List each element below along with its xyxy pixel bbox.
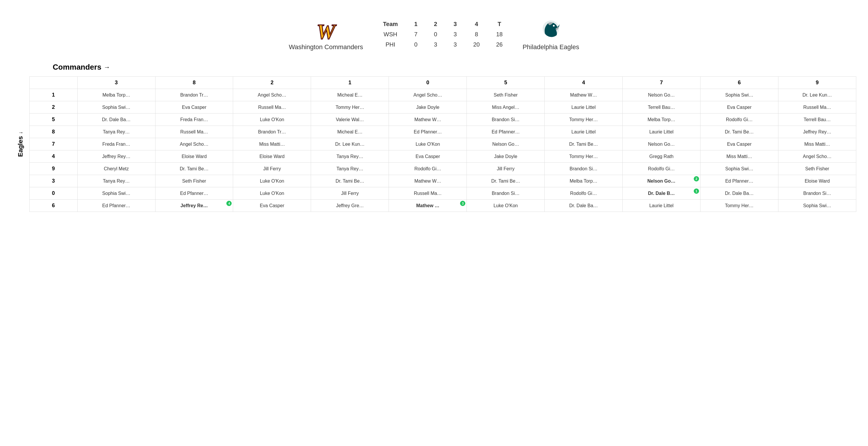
cell: Mathew W…	[389, 113, 467, 126]
commanders-team: W Washington Commanders	[289, 18, 363, 51]
score-wsh-q1: 7	[406, 29, 426, 39]
cell: Dr. Lee Kun…	[778, 89, 856, 101]
cell: Luke O'Kon	[233, 187, 311, 200]
cell: Tanya Rey…	[77, 126, 155, 138]
cell: Eloise Ward	[155, 150, 233, 163]
cell: Laurie Littel	[623, 126, 701, 138]
cell: Miss Matti…	[233, 138, 311, 150]
score-header-q3: 3	[445, 19, 465, 29]
table-row: 9 Cheryl Metz Dr. Tami Be… Jill Ferry Ta…	[30, 163, 856, 175]
cell: Sophia Swi…	[701, 163, 778, 175]
score-wsh-q4: 8	[465, 29, 488, 39]
cell: Ed Pfanner…	[155, 187, 233, 200]
col-header-6: 6	[701, 77, 778, 89]
svg-text:W: W	[316, 20, 337, 41]
cell: Freda Fran…	[77, 138, 155, 150]
score-team-phi: PHI	[375, 39, 406, 50]
row-header-8: 8	[30, 126, 78, 138]
score-wsh-total: 18	[488, 29, 511, 39]
table-row: 5 Dr. Dale Ba… Freda Fran… Luke O'Kon Va…	[30, 113, 856, 126]
score-row-phi: PHI 0 3 3 20 26	[375, 39, 511, 50]
cell: Rodolfo Gi…	[545, 187, 623, 200]
cell: Tommy Her…	[545, 113, 623, 126]
cell: Micheal E…	[311, 126, 389, 138]
y-axis-arrow: ↓	[18, 131, 24, 134]
cell: Sophia Swi…	[701, 89, 778, 101]
col-header-8: 8	[155, 77, 233, 89]
row-header-0: 0	[30, 187, 78, 200]
score-row-wsh: WSH 7 0 3 8 18	[375, 29, 511, 39]
cell: Russell Ma…	[389, 187, 467, 200]
table-row: 0 Sophia Swi… Ed Pfanner… Luke O'Kon Jil…	[30, 187, 856, 200]
cell: Ed Pfanner…	[77, 200, 155, 212]
cell: Angel Scho…	[233, 89, 311, 101]
page-container: W Washington Commanders Team 1 2 3 4 T	[0, 0, 868, 446]
cell: Eloise Ward	[778, 175, 856, 187]
cell: Tanya Rey…	[77, 175, 155, 187]
cell: Jeffrey Rey…	[77, 150, 155, 163]
cell: Seth Fisher	[155, 175, 233, 187]
cell: Tanya Rey…	[311, 150, 389, 163]
cell: Luke O'Kon	[233, 113, 311, 126]
cell: Dr. Tami Be…	[545, 138, 623, 150]
cell: Nelson Go…	[467, 138, 545, 150]
cell: Miss Matti…	[778, 138, 856, 150]
cell: Jeffrey Re… 4	[155, 200, 233, 212]
y-axis: Eagles ↓	[12, 76, 29, 212]
cell: Dr. Dale Ba…	[77, 113, 155, 126]
cell: Laurie Littel	[545, 101, 623, 113]
commanders-arrow: →	[104, 64, 110, 71]
cell: Seth Fisher	[467, 89, 545, 101]
cell: Dr. Tami Be…	[155, 163, 233, 175]
grid-container: Eagles ↓ 3 8 2 1 0 5 4 7 6 9	[12, 76, 856, 212]
table-row: 4 Jeffrey Rey… Eloise Ward Eloise Ward T…	[30, 150, 856, 163]
score-table-container: Team 1 2 3 4 T WSH 7 0 3 8 1	[375, 19, 511, 50]
col-header-1: 1	[311, 77, 389, 89]
cell: Melba Torp…	[623, 113, 701, 126]
cell: Eva Casper	[389, 150, 467, 163]
cell: Eva Casper	[155, 101, 233, 113]
cell: Angel Scho…	[778, 150, 856, 163]
cell: Luke O'Kon	[467, 200, 545, 212]
eagles-logo	[539, 18, 563, 41]
cell: Eloise Ward	[233, 150, 311, 163]
cell: Brandon Si…	[778, 187, 856, 200]
cell: Sophia Swi…	[778, 200, 856, 212]
row-header-7: 7	[30, 138, 78, 150]
col-header-7: 7	[623, 77, 701, 89]
cell: Brandon Tr…	[155, 89, 233, 101]
cell: Melba Torp…	[77, 89, 155, 101]
cell: Laurie Littel	[545, 126, 623, 138]
cell: Mathew W…	[389, 175, 467, 187]
commanders-name: Washington Commanders	[289, 43, 363, 51]
y-axis-text: Eagles	[17, 136, 24, 157]
col-header-2: 2	[233, 77, 311, 89]
cell: Terrell Bau…	[778, 113, 856, 126]
cell: Dr. Dale B… 1	[623, 187, 701, 200]
commanders-logo: W	[314, 18, 338, 41]
cell: Melba Torp…	[545, 175, 623, 187]
score-header-team: Team	[375, 19, 406, 29]
col-header-0: 0	[389, 77, 467, 89]
cell: Rodolfo Gi…	[389, 163, 467, 175]
cell: Cheryl Metz	[77, 163, 155, 175]
score-wsh-q2: 0	[426, 29, 445, 39]
cell: Brandon Tr…	[233, 126, 311, 138]
table-header-row: 3 8 2 1 0 5 4 7 6 9	[30, 77, 856, 89]
cell: Angel Scho…	[155, 138, 233, 150]
col-header-empty	[30, 77, 78, 89]
cell: Luke O'Kon	[389, 138, 467, 150]
cell: Ed Pfanner…	[467, 126, 545, 138]
score-phi-q4: 20	[465, 39, 488, 50]
table-row: 2 Sophia Swi… Eva Casper Russell Ma… Tom…	[30, 101, 856, 113]
cell: Gregg Rath	[623, 150, 701, 163]
eagles-name: Philadelphia Eagles	[522, 43, 579, 51]
cell: Tommy Her…	[701, 200, 778, 212]
row-header-3: 3	[30, 175, 78, 187]
scoreboard: W Washington Commanders Team 1 2 3 4 T	[12, 18, 856, 51]
cell: Tanya Rey…	[311, 163, 389, 175]
cell: Miss Matti…	[701, 150, 778, 163]
col-header-3: 3	[77, 77, 155, 89]
cell: Mathew W…	[545, 89, 623, 101]
cell: Rodolfo Gi…	[623, 163, 701, 175]
